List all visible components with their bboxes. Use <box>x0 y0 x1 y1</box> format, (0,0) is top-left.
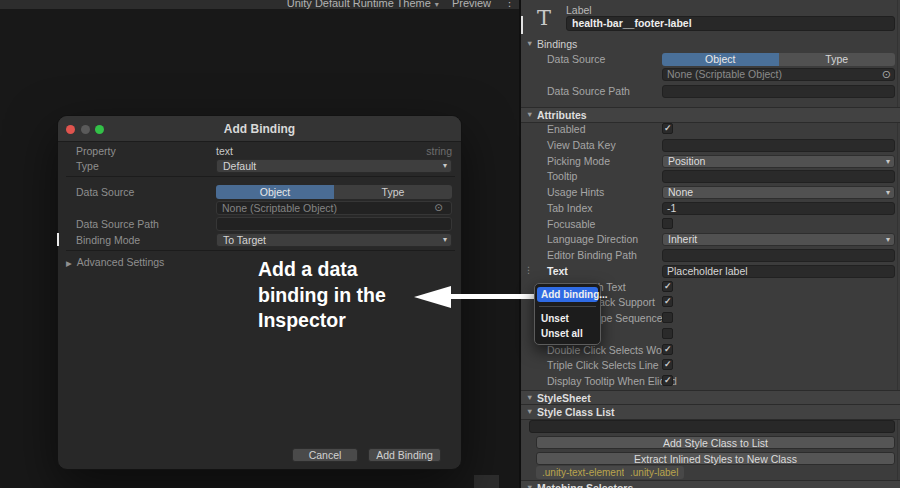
screenshot-root: Unity Default Runtime Theme▾ Preview ⋮ T… <box>0 0 900 488</box>
chevron-down-icon: ▾ <box>886 234 890 245</box>
style-class-input[interactable] <box>529 420 895 433</box>
tab-index-field[interactable]: -1 <box>662 202 895 215</box>
annotation-arrow-shaft <box>449 294 535 299</box>
bindings-path-row: Data Source Path <box>521 84 900 100</box>
minimize-window-button[interactable] <box>81 125 90 134</box>
tooltip-field[interactable] <box>662 170 895 183</box>
foldout-arrow-icon: ▼ <box>526 37 533 51</box>
attr-row-triple-click: Triple Click Selects Line <box>521 358 900 374</box>
data-source-path-field[interactable] <box>216 217 452 231</box>
attr-row-language-direction: Language Direction Inherit▾ <box>521 232 900 248</box>
property-type: string <box>216 145 452 158</box>
menu-separator <box>539 306 596 307</box>
binding-mode-dropdown[interactable]: To Target▾ <box>216 233 452 247</box>
type-row: Type Default▾ <box>58 159 463 173</box>
chevron-down-icon: ▾ <box>443 234 447 245</box>
dialog-titlebar[interactable]: Add Binding <box>58 116 461 142</box>
menu-item-add-binding[interactable]: Add binding... <box>537 287 598 302</box>
annotation-text: Add a data binding in the Inspector <box>258 257 386 334</box>
object-picker-icon[interactable]: ⊙ <box>429 201 448 213</box>
object-reference-field[interactable]: None (Scriptable Object) ⊙ <box>216 201 452 215</box>
foldout-arrow-icon: ▶ <box>66 259 72 268</box>
element-name-field[interactable]: health-bar__footer-label <box>566 16 895 31</box>
zoom-window-button[interactable] <box>95 125 104 134</box>
data-source-row: Data Source Object Type <box>58 185 463 199</box>
attr-row-picking-mode: Picking Mode Position▾ <box>521 154 900 170</box>
cancel-button[interactable]: Cancel <box>292 448 358 462</box>
display-tooltip-checkbox[interactable] <box>662 375 673 386</box>
close-window-button[interactable] <box>66 125 75 134</box>
matching-selectors-header[interactable]: ▼ Matching Selectors <box>521 480 900 488</box>
chevron-down-icon: ▾ <box>886 187 890 198</box>
data-source-tabs: Object Type <box>216 185 452 199</box>
foldout-arrow-icon: ▼ <box>526 391 533 405</box>
add-style-class-button[interactable]: Add Style Class to List <box>536 436 895 449</box>
attr-row-tab-index: Tab Index -1 <box>521 201 900 217</box>
data-source-path-row: Data Source Path <box>58 217 463 231</box>
style-class-list-header[interactable]: ▼ Style Class List <box>521 404 900 420</box>
double-click-checkbox[interactable] <box>662 344 673 355</box>
extract-styles-button[interactable]: Extract Inlined Styles to New Class <box>536 452 895 465</box>
dialog-title: Add Binding <box>58 116 461 142</box>
bindings-object-row: None (Scriptable Object) ⊙ <box>521 67 900 83</box>
attr-row-text: ⋮ Text Placeholder label <box>521 264 900 280</box>
annotation-arrow-icon <box>414 286 451 308</box>
property-row: Property text string <box>58 144 463 158</box>
attr-row-enabled: Enabled <box>521 122 900 138</box>
chevron-down-icon: ▾ <box>886 156 890 167</box>
selectable-checkbox[interactable] <box>662 328 673 339</box>
preview-button[interactable]: Preview <box>452 0 491 9</box>
tab-type[interactable]: Type <box>334 185 452 199</box>
element-type-label: Label <box>566 4 592 16</box>
editor-binding-path-field[interactable] <box>662 249 895 262</box>
picking-mode-dropdown[interactable]: Position▾ <box>662 155 895 168</box>
attr-row-display-tooltip: Display Tooltip When Elided <box>521 374 900 390</box>
attr-row-focusable: Focusable <box>521 217 900 233</box>
text-field[interactable]: Placeholder label <box>662 265 895 278</box>
attributes-section-header[interactable]: ▼ Attributes <box>521 107 900 123</box>
data-source-path-field[interactable] <box>662 85 895 98</box>
drag-handle-icon[interactable]: ⋮ <box>524 264 533 277</box>
menu-item-unset-all[interactable]: Unset all <box>537 326 598 341</box>
scrollbar-fragment[interactable] <box>474 475 499 488</box>
divider <box>66 250 455 251</box>
binding-mode-row: Binding Mode To Target▾ <box>58 233 463 247</box>
view-data-key-field[interactable] <box>662 139 895 152</box>
bindings-foldout[interactable]: ▼ Bindings <box>521 37 900 51</box>
parse-escape-checkbox[interactable] <box>662 312 673 323</box>
advanced-settings-foldout[interactable]: ▶Advanced Settings <box>66 256 164 268</box>
attr-row-tooltip: Tooltip <box>521 169 900 185</box>
data-source-tabs: Object Type <box>662 53 895 66</box>
foldout-arrow-icon: ▼ <box>526 405 533 419</box>
binding-context-menu: Add binding... Unset Unset all <box>534 283 601 345</box>
object-reference-field[interactable]: None (Scriptable Object) ⊙ <box>662 68 895 81</box>
chevron-down-icon: ▾ <box>443 160 447 171</box>
menu-item-unset[interactable]: Unset <box>537 311 598 326</box>
add-binding-button[interactable]: Add Binding <box>368 448 441 462</box>
inspector-panel: T Label health-bar__footer-label ▼ Bindi… <box>519 0 900 488</box>
chevron-down-icon: ▾ <box>435 0 439 9</box>
usage-hints-dropdown[interactable]: None▾ <box>662 186 895 199</box>
focusable-checkbox[interactable] <box>662 218 673 229</box>
enable-rich-text-checkbox[interactable] <box>662 281 673 292</box>
enabled-checkbox[interactable] <box>662 123 673 134</box>
bindings-data-source-row: Data Source Object Type <box>521 52 900 68</box>
attr-row-editor-binding-path: Editor Binding Path <box>521 248 900 264</box>
tab-object[interactable]: Object <box>216 185 334 199</box>
tab-type[interactable]: Type <box>779 53 896 66</box>
tab-object[interactable]: Object <box>662 53 779 66</box>
foldout-arrow-icon: ▼ <box>526 481 533 488</box>
type-dropdown[interactable]: Default▾ <box>216 159 452 173</box>
class-chip[interactable]: .unity-text-element <box>536 466 630 479</box>
foldout-arrow-icon: ▼ <box>526 108 533 122</box>
class-chip[interactable]: .unity-label <box>624 466 684 479</box>
theme-dropdown[interactable]: Unity Default Runtime Theme▾ <box>287 0 439 9</box>
language-direction-dropdown[interactable]: Inherit▾ <box>662 233 895 246</box>
attr-row-view-data-key: View Data Key <box>521 138 900 154</box>
viewport-toolbar: Unity Default Runtime Theme▾ Preview ⋮ <box>0 0 519 9</box>
object-picker-icon[interactable]: ⊙ <box>882 68 891 81</box>
kebab-menu-icon[interactable]: ⋮ <box>504 0 515 9</box>
triple-click-checkbox[interactable] <box>662 359 673 370</box>
emoji-fallback-checkbox[interactable] <box>662 296 673 307</box>
attr-row-usage-hints: Usage Hints None▾ <box>521 185 900 201</box>
